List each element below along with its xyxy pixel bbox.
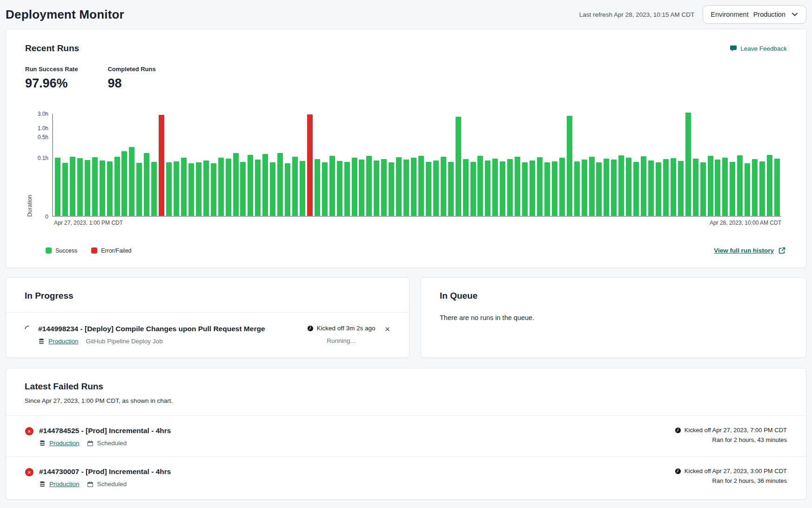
chart-bar-success[interactable] — [315, 159, 320, 216]
chart-bar-success[interactable] — [671, 158, 676, 216]
chart-bar-success[interactable] — [522, 162, 528, 216]
chart-bar-success[interactable] — [381, 159, 387, 216]
chart-bar-success[interactable] — [559, 158, 565, 216]
chart-bar-success[interactable] — [366, 156, 372, 216]
chart-bar-success[interactable] — [344, 162, 350, 216]
chart-bar-success[interactable] — [552, 161, 557, 216]
run-environment-link[interactable]: Production — [49, 481, 80, 488]
chart-bar-success[interactable] — [708, 156, 713, 216]
chart-bar-success[interactable] — [633, 162, 639, 216]
chart-bar-success[interactable] — [107, 161, 113, 216]
chart-bar-success[interactable] — [500, 161, 505, 216]
chart-bar-success[interactable] — [129, 147, 134, 216]
chart-bar-failed[interactable] — [159, 115, 164, 216]
chart-bar-success[interactable] — [730, 162, 735, 216]
chart-bar-success[interactable] — [151, 162, 157, 216]
chart-bar-success[interactable] — [322, 162, 328, 216]
chart-bar-success[interactable] — [507, 159, 513, 216]
chart-bar-success[interactable] — [262, 154, 268, 216]
chart-bar-success[interactable] — [537, 157, 543, 216]
chart-bar-success[interactable] — [203, 160, 209, 216]
chart-bar-success[interactable] — [403, 160, 409, 216]
chart-bar-success[interactable] — [456, 117, 461, 216]
chart-bar-success[interactable] — [92, 157, 98, 216]
chart-bar-success[interactable] — [121, 151, 127, 216]
chart-bar-success[interactable] — [530, 160, 535, 216]
chart-bar-success[interactable] — [285, 163, 290, 216]
chart-bar-success[interactable] — [226, 159, 231, 216]
chart-bar-success[interactable] — [100, 160, 105, 216]
environment-dropdown[interactable]: Environment Production — [703, 5, 806, 24]
chart-bar-success[interactable] — [292, 157, 298, 216]
chart-bar-success[interactable] — [233, 153, 239, 216]
chart-bar-success[interactable] — [144, 153, 149, 216]
chart-bar-success[interactable] — [55, 158, 60, 216]
chart-bar-success[interactable] — [752, 159, 758, 216]
chart-bar-success[interactable] — [656, 162, 661, 216]
chart-bar-success[interactable] — [196, 162, 201, 216]
chart-bar-success[interactable] — [240, 162, 246, 216]
chart-bar-success[interactable] — [715, 160, 720, 216]
chart-bar-success[interactable] — [441, 157, 446, 216]
chart-bar-success[interactable] — [693, 159, 698, 216]
chart-bar-success[interactable] — [745, 163, 750, 216]
chart-bar-success[interactable] — [641, 156, 646, 216]
chart-bar-success[interactable] — [626, 158, 631, 216]
chart-bar-success[interactable] — [700, 162, 706, 216]
chart-bar-success[interactable] — [544, 162, 550, 216]
chart-bar-success[interactable] — [77, 158, 83, 216]
run-environment-link[interactable]: Production — [49, 440, 80, 447]
chart-bar-success[interactable] — [596, 162, 602, 216]
chart-bar-success[interactable] — [448, 162, 454, 216]
chart-bar-success[interactable] — [352, 158, 357, 216]
chart-bar-success[interactable] — [618, 155, 624, 216]
leave-feedback-link[interactable]: Leave Feedback — [730, 45, 787, 52]
chart-bar-success[interactable] — [211, 163, 216, 216]
chart-bar-success[interactable] — [574, 161, 580, 216]
chart-bar-success[interactable] — [396, 157, 402, 216]
cancel-run-button[interactable]: ✕ — [384, 325, 390, 334]
chart-bar-success[interactable] — [774, 159, 780, 216]
chart-bar-success[interactable] — [485, 160, 490, 216]
run-environment-link[interactable]: Production — [48, 338, 79, 345]
chart-bar-success[interactable] — [767, 155, 772, 216]
chart-bar-success[interactable] — [477, 156, 483, 216]
chart-bar-success[interactable] — [329, 156, 335, 216]
chart-bar-success[interactable] — [300, 161, 305, 216]
view-full-run-history-link[interactable]: View full run history — [714, 247, 786, 254]
chart-bar-success[interactable] — [374, 160, 379, 216]
chart-bar-success[interactable] — [678, 161, 684, 216]
chart-bar-success[interactable] — [114, 157, 120, 216]
chart-bar-success[interactable] — [663, 159, 669, 216]
chart-bar-success[interactable] — [492, 159, 498, 216]
chart-bar-success[interactable] — [70, 157, 75, 216]
chart-bar-success[interactable] — [188, 163, 194, 216]
chart-bar-success[interactable] — [277, 153, 283, 216]
chart-bar-success[interactable] — [255, 160, 261, 216]
chart-bar-success[interactable] — [685, 113, 691, 216]
chart-bar-success[interactable] — [433, 160, 439, 216]
chart-bar-success[interactable] — [589, 157, 595, 216]
chart-bar-success[interactable] — [337, 161, 342, 216]
chart-bar-success[interactable] — [722, 158, 728, 216]
chart-bar-success[interactable] — [389, 162, 394, 216]
chart-bar-success[interactable] — [759, 161, 765, 216]
chart-bar-success[interactable] — [418, 156, 424, 216]
chart-bar-success[interactable] — [136, 163, 142, 216]
chart-bar-failed[interactable] — [307, 114, 313, 216]
chart-bar-success[interactable] — [737, 155, 743, 216]
chart-bar-success[interactable] — [85, 160, 90, 216]
chart-bar-success[interactable] — [181, 158, 187, 216]
chart-bar-success[interactable] — [426, 162, 431, 216]
chart-bar-success[interactable] — [166, 162, 172, 216]
chart-bar-success[interactable] — [463, 159, 469, 216]
chart-bar-success[interactable] — [248, 155, 253, 216]
chart-bar-success[interactable] — [611, 160, 617, 216]
chart-bar-success[interactable] — [582, 160, 587, 216]
chart-bar-success[interactable] — [515, 157, 520, 216]
chart-bar-success[interactable] — [648, 160, 654, 216]
chart-bar-success[interactable] — [174, 161, 179, 216]
chart-bar-success[interactable] — [359, 160, 364, 216]
chart-bar-success[interactable] — [270, 162, 275, 216]
chart-bar-success[interactable] — [470, 162, 476, 216]
